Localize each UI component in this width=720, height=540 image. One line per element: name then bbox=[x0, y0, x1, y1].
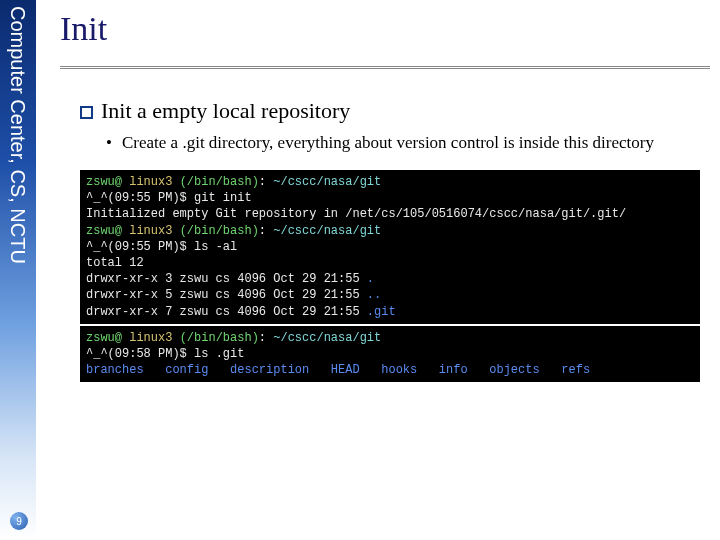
slide-content: Init Init a empty local repository •Crea… bbox=[60, 10, 710, 382]
slide-title: Init bbox=[60, 10, 710, 48]
sidebar-label: Computer Center, CS, NCTU bbox=[6, 6, 29, 264]
term-user: zswu@ bbox=[86, 175, 122, 189]
term-dir: .git bbox=[367, 305, 396, 319]
term-host: linux3 bbox=[122, 331, 180, 345]
term-dir: . bbox=[367, 272, 374, 286]
term-host: linux3 bbox=[122, 224, 180, 238]
term-cmd: git init bbox=[194, 191, 252, 205]
term-cmd: ls -al bbox=[194, 240, 237, 254]
term-user: zswu@ bbox=[86, 331, 122, 345]
term-sep: : bbox=[259, 331, 273, 345]
term-dir: .. bbox=[367, 288, 381, 302]
title-rule bbox=[60, 66, 710, 70]
bullet-level-2: •Create a .git directory, everything abo… bbox=[122, 132, 690, 154]
bullet-level-1: Init a empty local repository bbox=[80, 98, 710, 124]
term-path: ~/cscc/nasa/git bbox=[273, 175, 381, 189]
terminal-area: zswu@ linux3 (/bin/bash): ~/cscc/nasa/gi… bbox=[80, 170, 700, 382]
sidebar-gradient: Computer Center, CS, NCTU bbox=[0, 0, 36, 540]
term-output: drwxr-xr-x 7 zswu cs 4096 Oct 29 21:55 bbox=[86, 305, 367, 319]
term-shell: (/bin/bash) bbox=[180, 331, 259, 345]
term-ps1: ^_^(09:55 PM)$ bbox=[86, 191, 194, 205]
term-output: drwxr-xr-x 5 zswu cs 4096 Oct 29 21:55 bbox=[86, 288, 367, 302]
term-listing: branches config description HEAD hooks i… bbox=[86, 363, 590, 377]
square-bullet-icon bbox=[80, 106, 93, 119]
term-path: ~/cscc/nasa/git bbox=[273, 331, 381, 345]
term-ps1: ^_^(09:58 PM)$ bbox=[86, 347, 194, 361]
term-sep: : bbox=[259, 224, 273, 238]
page-number-badge: 9 bbox=[10, 512, 28, 530]
term-cmd: ls .git bbox=[194, 347, 244, 361]
term-host: linux3 bbox=[122, 175, 180, 189]
term-path: ~/cscc/nasa/git bbox=[273, 224, 381, 238]
term-ps1: ^_^(09:55 PM)$ bbox=[86, 240, 194, 254]
term-output: total 12 bbox=[86, 256, 144, 270]
term-output: drwxr-xr-x 3 zswu cs 4096 Oct 29 21:55 bbox=[86, 272, 367, 286]
term-shell: (/bin/bash) bbox=[180, 224, 259, 238]
terminal-block-2: zswu@ linux3 (/bin/bash): ~/cscc/nasa/gi… bbox=[80, 326, 700, 383]
term-user: zswu@ bbox=[86, 224, 122, 238]
term-sep: : bbox=[259, 175, 273, 189]
dot-bullet-icon: • bbox=[106, 132, 122, 154]
bullet-1-text: Init a empty local repository bbox=[101, 98, 350, 123]
term-shell: (/bin/bash) bbox=[180, 175, 259, 189]
bullet-2-text: Create a .git directory, everything abou… bbox=[122, 133, 654, 152]
terminal-block-1: zswu@ linux3 (/bin/bash): ~/cscc/nasa/gi… bbox=[80, 170, 700, 324]
term-output: Initialized empty Git repository in /net… bbox=[86, 207, 626, 221]
